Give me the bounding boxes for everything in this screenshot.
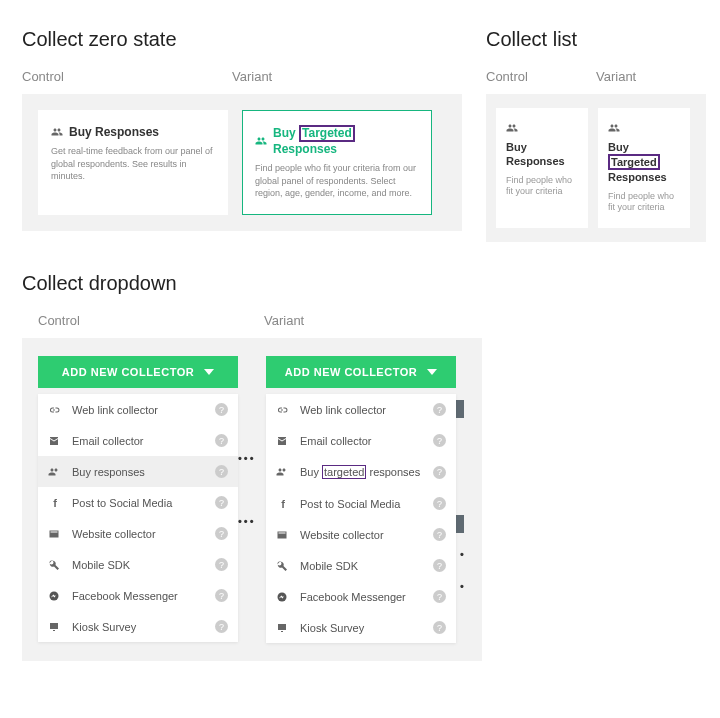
people-icon [608, 122, 680, 134]
collect-list-control-label: Control [486, 69, 596, 84]
help-icon[interactable]: ? [215, 527, 228, 540]
help-icon[interactable]: ? [433, 403, 446, 416]
menu-label: Email collector [300, 435, 423, 447]
wrench-icon [276, 560, 290, 572]
collect-list-panel: Buy Responses Find people who fit your c… [486, 94, 706, 242]
label-pre: Buy [300, 466, 319, 478]
dropdown-menu: Web link collector ? Email collector ? B… [266, 394, 456, 643]
menu-label: Buy targeted responses [300, 465, 423, 479]
menu-label: Buy responses [72, 466, 205, 478]
dropdown-variant-label: Variant [264, 313, 304, 328]
more-dots-icon: ••• [238, 452, 256, 464]
zero-state-variant-card[interactable]: Buy Targeted Responses Find people who f… [242, 110, 432, 215]
kiosk-icon [48, 621, 62, 633]
dropdown-section: Collect dropdown Control Variant ••• •••… [22, 272, 698, 661]
menu-item-social[interactable]: f Post to Social Media ? [266, 488, 456, 519]
menu-item-mobile[interactable]: Mobile SDK ? [38, 549, 238, 580]
messenger-icon [48, 590, 62, 602]
zero-state-control-label: Control [22, 69, 232, 84]
collect-list-title: Collect list [486, 28, 706, 51]
dropdown-variant-col: ADD NEW COLLECTOR Web link collector ? E… [266, 356, 456, 643]
menu-label: Website collector [72, 528, 205, 540]
add-collector-button[interactable]: ADD NEW COLLECTOR [266, 356, 456, 388]
collect-list-control-heading: Buy Responses [506, 140, 578, 169]
zero-state-control-heading: Buy Responses [69, 125, 159, 139]
highlight-targeted: Targeted [608, 154, 660, 170]
collect-list-variant-card[interactable]: Buy Targeted Responses Find people who f… [598, 108, 690, 228]
highlight-targeted: Targeted [299, 125, 355, 142]
help-icon[interactable]: ? [433, 590, 446, 603]
menu-item-email[interactable]: Email collector ? [38, 425, 238, 456]
menu-item-buy-responses[interactable]: Buy responses ? [38, 456, 238, 487]
zero-state-panel: Buy Responses Get real-time feedback fro… [22, 94, 462, 231]
facebook-icon: f [276, 498, 290, 510]
dropdown-title: Collect dropdown [22, 272, 698, 295]
help-icon[interactable]: ? [215, 620, 228, 633]
add-collector-label: ADD NEW COLLECTOR [62, 366, 194, 378]
collect-list-variant-label: Variant [596, 69, 636, 84]
help-icon[interactable]: ? [215, 403, 228, 416]
zero-state-section: Collect zero state Control Variant Buy R… [22, 28, 462, 242]
menu-item-facebook-messenger[interactable]: Facebook Messenger ? [38, 580, 238, 611]
messenger-icon [276, 591, 290, 603]
help-icon[interactable]: ? [215, 589, 228, 602]
dot-icon: • [460, 548, 464, 560]
people-icon [276, 466, 290, 478]
collect-list-variant-sub: Find people who fit your criteria [608, 191, 680, 214]
zero-state-control-sub: Get real-time feedback from our panel of… [51, 145, 215, 183]
caret-down-icon [427, 369, 437, 375]
help-icon[interactable]: ? [215, 465, 228, 478]
help-icon[interactable]: ? [433, 497, 446, 510]
help-icon[interactable]: ? [433, 434, 446, 447]
help-icon[interactable]: ? [433, 466, 446, 479]
menu-item-kiosk[interactable]: Kiosk Survey ? [38, 611, 238, 642]
zero-state-variant-sub: Find people who fit your criteria from o… [255, 162, 419, 200]
menu-label: Web link collector [72, 404, 205, 416]
menu-item-facebook-messenger[interactable]: Facebook Messenger ? [266, 581, 456, 612]
facebook-icon: f [48, 497, 62, 509]
collect-list-section: Collect list Control Variant Buy Respons… [486, 28, 706, 242]
dropdown-menu: Web link collector ? Email collector ? B… [38, 394, 238, 642]
help-icon[interactable]: ? [433, 528, 446, 541]
heading-post: Responses [608, 171, 667, 183]
menu-item-website[interactable]: Website collector ? [266, 519, 456, 550]
kiosk-icon [276, 622, 290, 634]
menu-item-social[interactable]: f Post to Social Media ? [38, 487, 238, 518]
help-icon[interactable]: ? [433, 559, 446, 572]
menu-item-kiosk[interactable]: Kiosk Survey ? [266, 612, 456, 643]
menu-label: Facebook Messenger [300, 591, 423, 603]
zero-state-variant-label: Variant [232, 69, 272, 84]
menu-item-website[interactable]: Website collector ? [38, 518, 238, 549]
menu-item-web-link[interactable]: Web link collector ? [38, 394, 238, 425]
help-icon[interactable]: ? [215, 496, 228, 509]
heading-pre: Buy [608, 141, 629, 153]
menu-item-email[interactable]: Email collector ? [266, 425, 456, 456]
zero-state-title: Collect zero state [22, 28, 462, 51]
menu-label: Post to Social Media [300, 498, 423, 510]
zero-state-control-card[interactable]: Buy Responses Get real-time feedback fro… [38, 110, 228, 215]
collect-list-variant-heading: Buy Targeted Responses [608, 140, 680, 185]
people-icon [506, 122, 578, 134]
more-dots-icon: ••• [238, 515, 256, 527]
menu-label: Mobile SDK [72, 559, 205, 571]
help-icon[interactable]: ? [215, 434, 228, 447]
collect-list-control-card[interactable]: Buy Responses Find people who fit your c… [496, 108, 588, 228]
menu-label: Post to Social Media [72, 497, 205, 509]
dropdown-panel: ••• ••• ADD NEW COLLECTOR Web link colle… [22, 338, 482, 661]
menu-label: Mobile SDK [300, 560, 423, 572]
people-icon [48, 466, 62, 478]
highlight-targeted: targeted [322, 465, 366, 479]
help-icon[interactable]: ? [215, 558, 228, 571]
add-collector-button[interactable]: ADD NEW COLLECTOR [38, 356, 238, 388]
help-icon[interactable]: ? [433, 621, 446, 634]
link-icon [48, 404, 62, 416]
menu-item-mobile[interactable]: Mobile SDK ? [266, 550, 456, 581]
add-collector-label: ADD NEW COLLECTOR [285, 366, 417, 378]
menu-label: Kiosk Survey [72, 621, 205, 633]
menu-label: Facebook Messenger [72, 590, 205, 602]
menu-item-buy-targeted-responses[interactable]: Buy targeted responses ? [266, 456, 456, 488]
dropdown-control-label: Control [22, 313, 264, 328]
menu-label: Kiosk Survey [300, 622, 423, 634]
people-icon [51, 126, 63, 138]
menu-item-web-link[interactable]: Web link collector ? [266, 394, 456, 425]
